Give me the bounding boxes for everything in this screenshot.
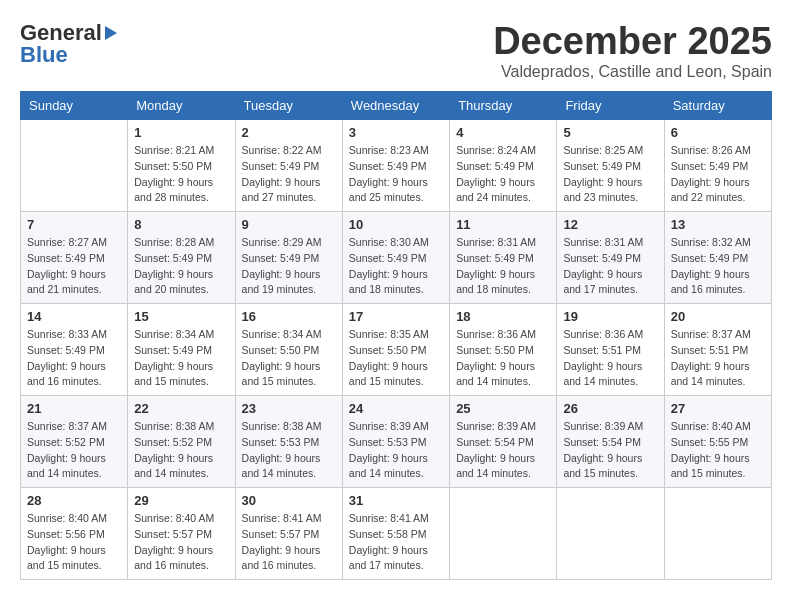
day-number: 29 bbox=[134, 493, 228, 508]
day-number: 10 bbox=[349, 217, 443, 232]
day-info: Sunrise: 8:33 AM Sunset: 5:49 PM Dayligh… bbox=[27, 327, 121, 390]
day-info: Sunrise: 8:39 AM Sunset: 5:53 PM Dayligh… bbox=[349, 419, 443, 482]
day-number: 23 bbox=[242, 401, 336, 416]
calendar-cell bbox=[557, 488, 664, 580]
week-row-1: 1Sunrise: 8:21 AM Sunset: 5:50 PM Daylig… bbox=[21, 120, 772, 212]
day-number: 21 bbox=[27, 401, 121, 416]
day-number: 1 bbox=[134, 125, 228, 140]
day-info: Sunrise: 8:31 AM Sunset: 5:49 PM Dayligh… bbox=[456, 235, 550, 298]
weekday-header-tuesday: Tuesday bbox=[235, 92, 342, 120]
day-number: 12 bbox=[563, 217, 657, 232]
calendar-cell: 15Sunrise: 8:34 AM Sunset: 5:49 PM Dayli… bbox=[128, 304, 235, 396]
calendar-cell: 22Sunrise: 8:38 AM Sunset: 5:52 PM Dayli… bbox=[128, 396, 235, 488]
week-row-5: 28Sunrise: 8:40 AM Sunset: 5:56 PM Dayli… bbox=[21, 488, 772, 580]
day-number: 31 bbox=[349, 493, 443, 508]
day-info: Sunrise: 8:37 AM Sunset: 5:52 PM Dayligh… bbox=[27, 419, 121, 482]
day-number: 11 bbox=[456, 217, 550, 232]
calendar-cell: 30Sunrise: 8:41 AM Sunset: 5:57 PM Dayli… bbox=[235, 488, 342, 580]
calendar-cell: 12Sunrise: 8:31 AM Sunset: 5:49 PM Dayli… bbox=[557, 212, 664, 304]
day-info: Sunrise: 8:24 AM Sunset: 5:49 PM Dayligh… bbox=[456, 143, 550, 206]
calendar-cell: 24Sunrise: 8:39 AM Sunset: 5:53 PM Dayli… bbox=[342, 396, 449, 488]
day-number: 2 bbox=[242, 125, 336, 140]
day-number: 15 bbox=[134, 309, 228, 324]
calendar-cell: 13Sunrise: 8:32 AM Sunset: 5:49 PM Dayli… bbox=[664, 212, 771, 304]
day-info: Sunrise: 8:26 AM Sunset: 5:49 PM Dayligh… bbox=[671, 143, 765, 206]
day-number: 18 bbox=[456, 309, 550, 324]
calendar-cell: 27Sunrise: 8:40 AM Sunset: 5:55 PM Dayli… bbox=[664, 396, 771, 488]
day-number: 30 bbox=[242, 493, 336, 508]
calendar-cell: 9Sunrise: 8:29 AM Sunset: 5:49 PM Daylig… bbox=[235, 212, 342, 304]
calendar-cell: 11Sunrise: 8:31 AM Sunset: 5:49 PM Dayli… bbox=[450, 212, 557, 304]
day-info: Sunrise: 8:37 AM Sunset: 5:51 PM Dayligh… bbox=[671, 327, 765, 390]
calendar-table: SundayMondayTuesdayWednesdayThursdayFrid… bbox=[20, 91, 772, 580]
day-number: 3 bbox=[349, 125, 443, 140]
month-title: December 2025 bbox=[493, 20, 772, 63]
day-number: 27 bbox=[671, 401, 765, 416]
calendar-cell: 8Sunrise: 8:28 AM Sunset: 5:49 PM Daylig… bbox=[128, 212, 235, 304]
calendar-cell bbox=[21, 120, 128, 212]
day-info: Sunrise: 8:30 AM Sunset: 5:49 PM Dayligh… bbox=[349, 235, 443, 298]
day-number: 6 bbox=[671, 125, 765, 140]
location-title: Valdeprados, Castille and Leon, Spain bbox=[493, 63, 772, 81]
weekday-header-sunday: Sunday bbox=[21, 92, 128, 120]
logo: General Blue bbox=[20, 20, 119, 68]
calendar-cell: 10Sunrise: 8:30 AM Sunset: 5:49 PM Dayli… bbox=[342, 212, 449, 304]
calendar-cell: 23Sunrise: 8:38 AM Sunset: 5:53 PM Dayli… bbox=[235, 396, 342, 488]
day-info: Sunrise: 8:34 AM Sunset: 5:50 PM Dayligh… bbox=[242, 327, 336, 390]
day-info: Sunrise: 8:40 AM Sunset: 5:55 PM Dayligh… bbox=[671, 419, 765, 482]
day-info: Sunrise: 8:39 AM Sunset: 5:54 PM Dayligh… bbox=[456, 419, 550, 482]
calendar-cell: 31Sunrise: 8:41 AM Sunset: 5:58 PM Dayli… bbox=[342, 488, 449, 580]
week-row-2: 7Sunrise: 8:27 AM Sunset: 5:49 PM Daylig… bbox=[21, 212, 772, 304]
day-info: Sunrise: 8:28 AM Sunset: 5:49 PM Dayligh… bbox=[134, 235, 228, 298]
week-row-4: 21Sunrise: 8:37 AM Sunset: 5:52 PM Dayli… bbox=[21, 396, 772, 488]
page-header: General Blue December 2025 Valdeprados, … bbox=[20, 20, 772, 81]
calendar-cell bbox=[450, 488, 557, 580]
calendar-cell: 3Sunrise: 8:23 AM Sunset: 5:49 PM Daylig… bbox=[342, 120, 449, 212]
day-info: Sunrise: 8:38 AM Sunset: 5:53 PM Dayligh… bbox=[242, 419, 336, 482]
calendar-cell: 26Sunrise: 8:39 AM Sunset: 5:54 PM Dayli… bbox=[557, 396, 664, 488]
calendar-cell: 28Sunrise: 8:40 AM Sunset: 5:56 PM Dayli… bbox=[21, 488, 128, 580]
day-number: 26 bbox=[563, 401, 657, 416]
logo-arrow-icon bbox=[105, 26, 117, 40]
day-number: 22 bbox=[134, 401, 228, 416]
day-info: Sunrise: 8:41 AM Sunset: 5:57 PM Dayligh… bbox=[242, 511, 336, 574]
day-number: 14 bbox=[27, 309, 121, 324]
calendar-cell: 29Sunrise: 8:40 AM Sunset: 5:57 PM Dayli… bbox=[128, 488, 235, 580]
day-info: Sunrise: 8:21 AM Sunset: 5:50 PM Dayligh… bbox=[134, 143, 228, 206]
day-number: 7 bbox=[27, 217, 121, 232]
day-info: Sunrise: 8:25 AM Sunset: 5:49 PM Dayligh… bbox=[563, 143, 657, 206]
day-number: 8 bbox=[134, 217, 228, 232]
calendar-cell: 21Sunrise: 8:37 AM Sunset: 5:52 PM Dayli… bbox=[21, 396, 128, 488]
calendar-cell: 4Sunrise: 8:24 AM Sunset: 5:49 PM Daylig… bbox=[450, 120, 557, 212]
title-block: December 2025 Valdeprados, Castille and … bbox=[493, 20, 772, 81]
weekday-header-row: SundayMondayTuesdayWednesdayThursdayFrid… bbox=[21, 92, 772, 120]
calendar-cell: 2Sunrise: 8:22 AM Sunset: 5:49 PM Daylig… bbox=[235, 120, 342, 212]
day-number: 17 bbox=[349, 309, 443, 324]
calendar-cell bbox=[664, 488, 771, 580]
day-number: 13 bbox=[671, 217, 765, 232]
day-number: 28 bbox=[27, 493, 121, 508]
day-number: 5 bbox=[563, 125, 657, 140]
logo-blue: Blue bbox=[20, 42, 68, 68]
day-info: Sunrise: 8:22 AM Sunset: 5:49 PM Dayligh… bbox=[242, 143, 336, 206]
weekday-header-thursday: Thursday bbox=[450, 92, 557, 120]
day-number: 4 bbox=[456, 125, 550, 140]
day-number: 16 bbox=[242, 309, 336, 324]
day-info: Sunrise: 8:41 AM Sunset: 5:58 PM Dayligh… bbox=[349, 511, 443, 574]
day-number: 24 bbox=[349, 401, 443, 416]
calendar-cell: 16Sunrise: 8:34 AM Sunset: 5:50 PM Dayli… bbox=[235, 304, 342, 396]
calendar-cell: 18Sunrise: 8:36 AM Sunset: 5:50 PM Dayli… bbox=[450, 304, 557, 396]
calendar-cell: 19Sunrise: 8:36 AM Sunset: 5:51 PM Dayli… bbox=[557, 304, 664, 396]
calendar-cell: 6Sunrise: 8:26 AM Sunset: 5:49 PM Daylig… bbox=[664, 120, 771, 212]
weekday-header-friday: Friday bbox=[557, 92, 664, 120]
day-info: Sunrise: 8:27 AM Sunset: 5:49 PM Dayligh… bbox=[27, 235, 121, 298]
day-info: Sunrise: 8:35 AM Sunset: 5:50 PM Dayligh… bbox=[349, 327, 443, 390]
day-info: Sunrise: 8:40 AM Sunset: 5:57 PM Dayligh… bbox=[134, 511, 228, 574]
weekday-header-saturday: Saturday bbox=[664, 92, 771, 120]
day-info: Sunrise: 8:31 AM Sunset: 5:49 PM Dayligh… bbox=[563, 235, 657, 298]
day-number: 19 bbox=[563, 309, 657, 324]
day-number: 9 bbox=[242, 217, 336, 232]
day-info: Sunrise: 8:36 AM Sunset: 5:51 PM Dayligh… bbox=[563, 327, 657, 390]
day-info: Sunrise: 8:38 AM Sunset: 5:52 PM Dayligh… bbox=[134, 419, 228, 482]
calendar-cell: 17Sunrise: 8:35 AM Sunset: 5:50 PM Dayli… bbox=[342, 304, 449, 396]
